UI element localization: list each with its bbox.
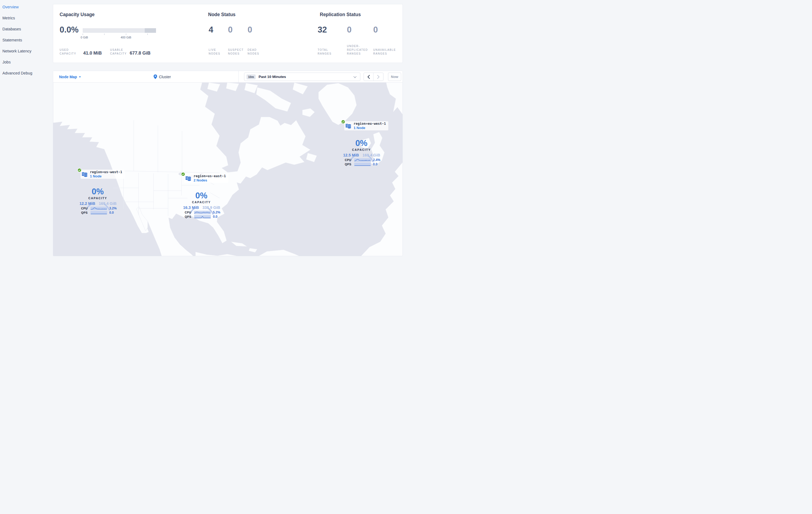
node-map: region=us-west-1 1 Node 0% CAPACITY 12.2…	[53, 83, 403, 256]
usable-capacity-value: 677.8 GiB	[130, 51, 151, 56]
qps-label: QPS	[345, 163, 352, 166]
status-ok-icon	[181, 172, 185, 177]
cpu-value: 2.4%	[373, 158, 380, 162]
sidebar-item-overview[interactable]: Overview	[0, 1, 53, 12]
qps-label: QPS	[185, 215, 192, 218]
capacity-axis-tick	[126, 34, 126, 35]
region-name: region=eu-west-1	[354, 122, 386, 126]
time-forward-button[interactable]	[374, 73, 383, 81]
cluster-summary-panel: Capacity Usage 0.0% 0 GiB 400 GiB USED C…	[53, 4, 403, 63]
capacity-percent: 0.0%	[60, 25, 79, 34]
region-name: region=us-west-1	[90, 170, 122, 174]
region-usable-capacity: 169.4 GiB	[99, 201, 117, 206]
cpu-value: 5.2%	[213, 211, 220, 214]
cpu-sparkline	[194, 211, 211, 214]
capacity-bar	[83, 28, 156, 33]
breadcrumb-label: Cluster	[159, 75, 171, 79]
status-ok-icon	[341, 119, 345, 124]
toolbar-divider	[238, 71, 239, 83]
region-node-count[interactable]: 1 Node	[354, 126, 386, 130]
cpu-sparkline	[90, 207, 107, 210]
qps-value: 0.0	[109, 211, 114, 215]
capacity-usage-title: Capacity Usage	[60, 12, 94, 18]
capacity-axis-label-0: 0 GiB	[81, 36, 88, 39]
region-label-chip: region=us-west-1 1 Node	[81, 170, 124, 179]
replication-status-title: Replication Status	[320, 12, 361, 18]
used-capacity-label: USED CAPACITY	[60, 48, 76, 56]
time-back-button[interactable]	[364, 73, 374, 81]
under-replicated-ranges-label: UNDER-REPLICATED RANGES	[347, 44, 370, 56]
capacity-bar-reserved-segment	[145, 28, 156, 33]
sidebar-item-network-latency[interactable]: Network Latency	[0, 46, 53, 56]
qps-sparkline	[354, 163, 371, 166]
dead-nodes-label: DEAD NODES	[248, 48, 260, 56]
sidebar-item-jobs[interactable]: Jobs	[0, 56, 53, 67]
used-capacity-value: 41.0 MiB	[83, 51, 102, 56]
sidebar-item-databases[interactable]: Databases	[0, 23, 53, 34]
database-icon	[185, 175, 192, 182]
map-pin-icon	[153, 75, 157, 79]
region-used-capacity: 12.2 MiB	[80, 201, 95, 206]
capacity-axis-label-400: 400 GiB	[121, 36, 131, 39]
qps-label: QPS	[81, 211, 89, 214]
region-capacity-label: CAPACITY	[345, 148, 378, 151]
node-status-title: Node Status	[208, 12, 235, 18]
view-selector-label: Node Map	[59, 75, 77, 79]
chevron-right-icon	[377, 75, 380, 79]
region-node-count[interactable]: 2 Nodes	[194, 178, 226, 182]
live-nodes-label: LIVE NODES	[209, 48, 222, 56]
total-ranges-count: 32	[318, 25, 327, 34]
region-used-capacity: 16.3 MiB	[183, 206, 199, 210]
region-usable-capacity: 169.4 GiB	[362, 153, 380, 157]
cpu-label: CPU	[345, 158, 352, 162]
caret-down-icon: ▾	[79, 75, 81, 78]
now-button[interactable]: Now	[388, 73, 401, 81]
region-node-count[interactable]: 1 Node	[90, 174, 122, 178]
time-step-buttons	[364, 73, 383, 81]
world-map	[53, 83, 403, 256]
region-usable-capacity: 338.9 GiB	[202, 206, 220, 210]
qps-value: 0.0	[373, 162, 378, 166]
region-capacity-percent: 0%	[185, 191, 218, 200]
region-label-chip: region=us-east-1 2 Nodes	[184, 174, 228, 183]
suspect-nodes-label: SUSPECT NODES	[228, 48, 244, 56]
capacity-axis-tick	[104, 34, 105, 35]
qps-sparkline	[194, 215, 211, 219]
unavailable-ranges-label: UNAVAILABLE RANGES	[373, 48, 398, 56]
dead-nodes-count: 0	[248, 25, 252, 34]
region-capacity-percent: 0%	[345, 138, 378, 148]
view-selector-dropdown[interactable]: Node Map ▾	[59, 71, 81, 83]
cpu-sparkline	[354, 158, 371, 162]
database-icon	[81, 171, 88, 178]
capacity-axis-tick	[83, 34, 83, 35]
cpu-label: CPU	[185, 211, 192, 214]
map-toolbar: Node Map ▾ Cluster 10m Past 10 Minutes	[53, 71, 403, 83]
sidebar: Overview Metrics Databases Statements Ne…	[0, 0, 53, 257]
sidebar-item-metrics[interactable]: Metrics	[0, 12, 53, 23]
time-window-label: Past 10 Minutes	[259, 75, 286, 79]
database-icon	[345, 122, 352, 129]
sidebar-item-statements[interactable]: Statements	[0, 34, 53, 46]
usable-capacity-label: USABLE CAPACITY	[110, 48, 128, 56]
cpu-value: 3.2%	[109, 207, 117, 210]
time-window-badge: 10m	[246, 75, 256, 79]
sidebar-item-advanced-debug[interactable]: Advanced Debug	[0, 67, 53, 79]
suspect-nodes-count: 0	[228, 25, 233, 34]
node-map-panel: Node Map ▾ Cluster 10m Past 10 Minutes	[53, 71, 403, 256]
chevron-left-icon	[367, 75, 370, 79]
region-capacity-label: CAPACITY	[185, 200, 218, 204]
qps-sparkline	[90, 211, 107, 215]
region-capacity-label: CAPACITY	[82, 196, 114, 200]
region-capacity-percent: 0%	[82, 187, 114, 196]
breadcrumb[interactable]: Cluster	[153, 71, 171, 83]
unavailable-ranges-count: 0	[373, 25, 378, 34]
time-window-dropdown[interactable]: 10m Past 10 Minutes	[244, 73, 360, 81]
live-nodes-count: 4	[209, 25, 213, 34]
cpu-label: CPU	[81, 207, 89, 210]
qps-value: 0.0	[213, 215, 218, 219]
region-name: region=us-east-1	[194, 174, 226, 178]
region-used-capacity: 12.5 MiB	[343, 153, 359, 157]
chevron-down-icon	[353, 76, 356, 78]
under-replicated-ranges-count: 0	[347, 25, 351, 34]
status-ok-icon	[77, 168, 82, 172]
